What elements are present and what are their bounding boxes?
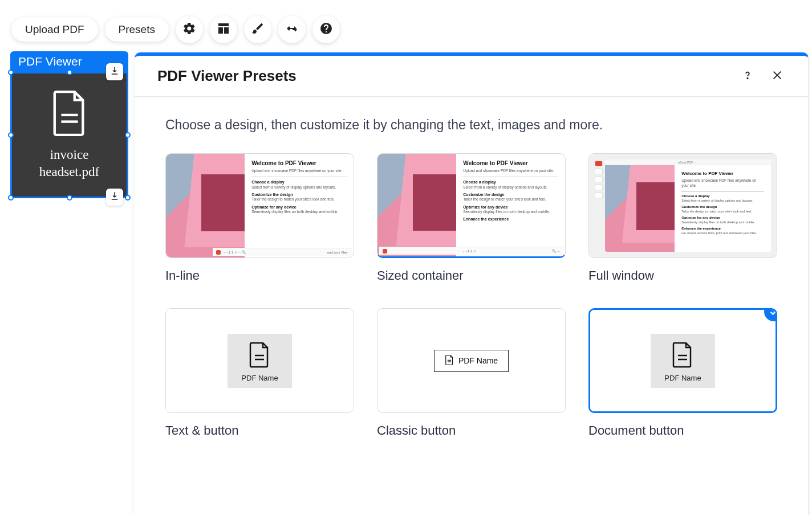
horizontal-resize-icon (285, 22, 299, 38)
selection-handle[interactable] (8, 195, 14, 201)
gear-icon (182, 22, 196, 38)
download-button-bottom[interactable] (106, 189, 123, 206)
preset-label: Sized container (377, 268, 566, 283)
file-icon (241, 342, 278, 370)
svg-point-2 (747, 77, 748, 78)
panel-subtitle: Choose a design, then customize it by ch… (165, 117, 777, 133)
download-icon (109, 66, 120, 78)
preset-text-and-button[interactable]: PDF Name Text & button (165, 308, 354, 438)
selection-handle[interactable] (125, 195, 131, 201)
selection-handle[interactable] (8, 70, 14, 75)
selection-handle[interactable] (67, 70, 72, 75)
help-button[interactable] (312, 16, 340, 43)
panel-help-button[interactable] (740, 68, 756, 84)
panel-close-button[interactable] (769, 68, 785, 84)
file-icon (18, 89, 121, 140)
preset-label: Full window (588, 268, 777, 283)
top-toolbar: Upload PDF Presets (11, 16, 340, 43)
selection-handle[interactable] (67, 195, 72, 201)
help-circle-icon (319, 22, 333, 38)
pdf-name-label: PDF Name (241, 374, 278, 382)
pdf-name-label: PDF Name (664, 374, 701, 382)
upload-pdf-button[interactable]: Upload PDF (11, 18, 98, 42)
preset-label: Classic button (377, 423, 566, 438)
design-button[interactable] (244, 16, 271, 43)
preset-grid: Welcome to PDF Viewer Upload and showcas… (165, 153, 777, 438)
stretch-button[interactable] (278, 16, 306, 43)
panel-header: PDF Viewer Presets (135, 56, 808, 97)
preset-label: In-line (165, 268, 354, 283)
panel-title: PDF Viewer Presets (157, 67, 297, 85)
question-icon (741, 69, 754, 84)
layout-button[interactable] (210, 16, 237, 43)
selection-handle[interactable] (8, 132, 14, 138)
preset-inline[interactable]: Welcome to PDF Viewer Upload and showcas… (165, 153, 354, 283)
widget-filename: invoice headset.pdf (18, 146, 121, 181)
pdf-name-label: PDF Name (458, 356, 498, 365)
download-icon (109, 191, 120, 203)
widget-title: PDF Viewer (18, 55, 82, 68)
settings-button[interactable] (176, 16, 203, 43)
selection-handle[interactable] (125, 132, 131, 138)
presets-button[interactable]: Presets (105, 18, 169, 42)
file-icon (445, 355, 454, 367)
download-button[interactable] (106, 63, 123, 80)
brush-icon (251, 22, 265, 38)
preset-label: Text & button (165, 423, 354, 438)
close-icon (771, 69, 783, 84)
preset-classic-button[interactable]: PDF Name Classic button (377, 308, 566, 438)
pdf-viewer-widget[interactable]: PDF Viewer invoice headset.pdf (10, 51, 128, 198)
preset-full-window[interactable]: eBook PDF · · · Welcome to PDF Viewer Up… (588, 153, 777, 283)
preset-document-button[interactable]: PDF Name Document button (588, 308, 777, 438)
preset-label: Document button (588, 423, 777, 438)
presets-panel: PDF Viewer Presets Choose a design, then… (135, 52, 809, 515)
preset-sized-container[interactable]: Welcome to PDF Viewer Upload and showcas… (377, 153, 566, 283)
file-icon (664, 342, 701, 370)
layout-icon (217, 22, 230, 38)
